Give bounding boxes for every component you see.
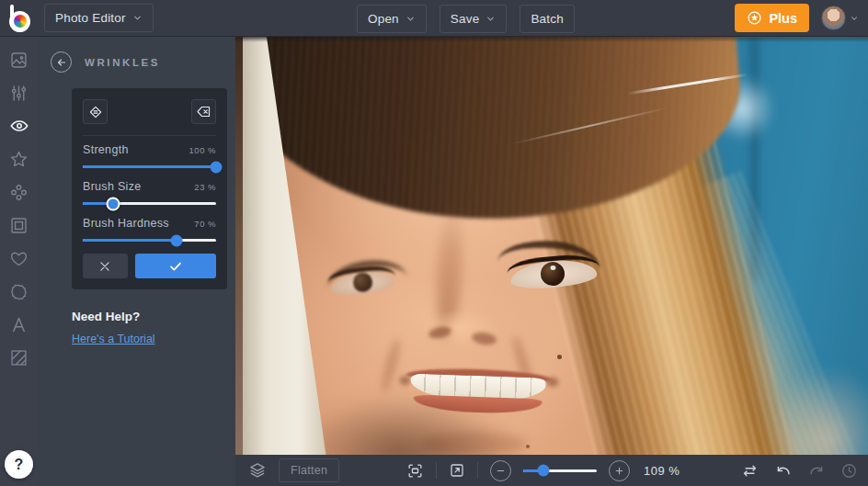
sidebar-item-overlays[interactable] <box>8 248 30 268</box>
eraser-tool-button[interactable] <box>191 99 216 124</box>
minus-icon <box>496 466 506 476</box>
fullscreen-button[interactable] <box>449 462 465 479</box>
chevron-down-icon <box>850 14 859 23</box>
strength-slider[interactable] <box>83 165 216 168</box>
batch-label: Batch <box>531 12 564 26</box>
brush-hardness-label: Brush Hardness <box>83 217 169 230</box>
zoom-controls: 109 % <box>406 455 680 486</box>
photo-mole <box>526 445 530 448</box>
logo-color-wheel <box>14 15 27 28</box>
canvas-top-shadow <box>235 37 868 42</box>
plus-upgrade-button[interactable]: Plus <box>735 4 809 32</box>
compare-button[interactable] <box>740 462 760 480</box>
clock-history-icon <box>840 462 858 480</box>
texture-icon <box>9 348 29 367</box>
brush-mode-row <box>83 99 216 124</box>
sidebar-item-textures[interactable] <box>8 347 30 367</box>
star-icon <box>9 150 29 169</box>
divider <box>83 135 216 136</box>
badge-icon <box>9 282 29 301</box>
back-button[interactable] <box>51 51 72 73</box>
chevron-down-icon <box>485 14 496 24</box>
app-menu-button[interactable]: Photo Editor <box>44 4 154 32</box>
file-actions-group: Open Save Batch <box>357 0 575 37</box>
top-toolbar: Photo Editor Open Save Batch Plus <box>0 0 868 37</box>
close-icon <box>98 260 111 273</box>
sidebar-item-text[interactable] <box>8 314 30 334</box>
divider <box>477 462 478 479</box>
history-button[interactable] <box>840 462 858 480</box>
zoom-slider-thumb[interactable] <box>538 465 550 477</box>
strength-thumb[interactable] <box>211 161 223 173</box>
chevron-down-icon <box>405 14 416 24</box>
sidebar-item-artsy[interactable] <box>8 182 30 202</box>
help-button[interactable]: ? <box>5 450 33 479</box>
brush-hardness-value: 70 % <box>194 219 216 229</box>
wrinkles-settings-card: Strength 100 % Brush Size 23 % <box>72 88 227 289</box>
sidebar-item-graphics[interactable] <box>8 281 30 301</box>
brush-size-thumb[interactable] <box>107 197 120 210</box>
flatten-label: Flatten <box>291 464 327 477</box>
checkmark-icon <box>168 259 183 274</box>
brush-tool-button[interactable] <box>83 99 108 124</box>
sidebar-item-edit[interactable] <box>8 50 30 70</box>
brush-size-slider[interactable] <box>83 202 216 205</box>
account-group: Plus <box>735 4 868 32</box>
history-controls <box>740 455 858 486</box>
layers-button[interactable] <box>248 461 267 480</box>
need-help-heading: Need Help? <box>72 310 235 323</box>
panel-title: WRINKLES <box>85 57 160 68</box>
photo-canvas[interactable] <box>235 37 868 486</box>
zoom-in-button[interactable] <box>609 460 630 481</box>
brush-size-slider-group: Brush Size 23 % <box>83 180 216 205</box>
photo-layer-left-edge <box>235 37 243 486</box>
popout-icon <box>449 462 465 479</box>
brush-hardness-slider[interactable] <box>83 239 216 242</box>
frame-icon <box>9 216 29 235</box>
brush-tool-icon <box>88 105 103 119</box>
canvas-toolbar: Flatten 109 % <box>235 455 868 486</box>
divider <box>436 462 437 479</box>
star-circle-icon <box>747 10 762 26</box>
brush-size-value: 23 % <box>194 182 216 192</box>
fit-screen-icon <box>406 462 424 480</box>
undo-button[interactable] <box>774 462 793 480</box>
sidebar-item-adjust[interactable] <box>8 83 30 103</box>
photo-image <box>235 37 868 486</box>
compare-arrows-icon <box>740 462 760 480</box>
fit-to-screen-button[interactable] <box>406 462 424 480</box>
batch-button[interactable]: Batch <box>520 5 575 33</box>
help-label: ? <box>15 457 24 473</box>
arrow-left-icon <box>56 57 67 68</box>
layers-group: Flatten <box>248 455 339 486</box>
apply-button[interactable] <box>135 254 216 278</box>
cancel-button[interactable] <box>83 254 128 278</box>
flatten-button[interactable]: Flatten <box>279 458 339 482</box>
wrinkles-panel: WRINKLES Strength 100 % <box>38 37 235 486</box>
layers-icon <box>248 461 267 480</box>
befunky-logo[interactable] <box>9 5 33 32</box>
brush-size-label: Brush Size <box>83 180 141 193</box>
sliders-icon <box>9 84 29 103</box>
strength-label: Strength <box>83 143 129 156</box>
brush-hardness-thumb[interactable] <box>170 234 182 246</box>
photo-editor-app: Photo Editor Open Save Batch Plus <box>0 0 868 486</box>
tutorial-link[interactable]: Here's a Tutorial <box>72 333 155 345</box>
open-button[interactable]: Open <box>357 5 427 33</box>
brush-hardness-slider-group: Brush Hardness 70 % <box>83 217 216 242</box>
redo-button[interactable] <box>807 462 826 480</box>
strength-fill <box>83 165 216 168</box>
sidebar-item-touch-up[interactable] <box>8 116 30 136</box>
zoom-slider[interactable] <box>523 469 597 472</box>
panel-header: WRINKLES <box>38 37 235 73</box>
plus-label: Plus <box>769 11 797 26</box>
zoom-out-button[interactable] <box>490 460 511 481</box>
strength-value: 100 % <box>189 145 216 155</box>
confirm-row <box>83 254 216 278</box>
save-button[interactable]: Save <box>440 5 508 33</box>
user-menu[interactable] <box>821 6 859 30</box>
chevron-down-icon <box>132 13 143 23</box>
sidebar-item-effects[interactable] <box>8 149 30 169</box>
sidebar-item-frames[interactable] <box>8 215 30 235</box>
photo-mole <box>557 355 562 359</box>
